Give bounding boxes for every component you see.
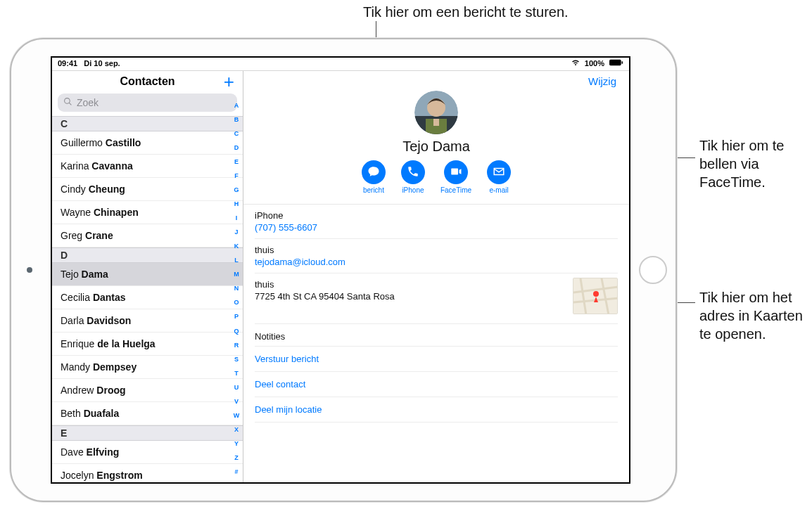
contact-row[interactable]: Enrique de la Huelga xyxy=(52,333,243,356)
wifi-icon xyxy=(571,59,582,67)
battery-icon xyxy=(609,59,623,67)
callout-message: Tik hier om een bericht te sturen. xyxy=(363,3,569,21)
contact-detail: Wijzig xyxy=(243,71,629,482)
svg-point-11 xyxy=(593,291,599,297)
alphabet-index[interactable]: ABCDEFGHIJKLMNOPQRSTUVWXYZ# xyxy=(231,99,241,478)
message-button[interactable]: bericht xyxy=(362,160,386,194)
index-letter[interactable]: S xyxy=(231,356,241,363)
contacts-sidebar: Contacten + Zoek CGuillermo CastilloKari… xyxy=(52,71,243,482)
contact-row[interactable]: Dave Elfving xyxy=(52,441,243,464)
index-letter[interactable]: H xyxy=(231,200,241,207)
front-camera xyxy=(27,267,32,273)
search-placeholder: Zoek xyxy=(77,97,99,108)
svg-point-2 xyxy=(65,98,70,104)
email-button[interactable]: e-mail xyxy=(487,160,511,194)
contact-row[interactable]: Beth Duafala xyxy=(52,402,243,425)
share-contact-link[interactable]: Deel contact xyxy=(255,372,618,397)
index-letter[interactable]: Q xyxy=(231,328,241,335)
index-letter[interactable]: W xyxy=(231,412,241,419)
contact-row[interactable]: Guillermo Castillo xyxy=(52,131,243,155)
svg-rect-0 xyxy=(609,60,621,65)
ipad-frame: 09:41 Di 10 sep. 100% Contacten + xyxy=(10,38,677,502)
address-field[interactable]: thuis 7725 4th St CA 95404 Santa Rosa xyxy=(255,273,618,324)
section-header: E xyxy=(52,425,243,441)
screen: 09:41 Di 10 sep. 100% Contacten + xyxy=(51,56,630,484)
index-letter[interactable]: Z xyxy=(231,454,241,461)
field-label: iPhone xyxy=(255,210,618,221)
map-thumbnail[interactable] xyxy=(573,278,618,314)
notes-field[interactable]: Notities xyxy=(255,324,618,347)
contact-hero: Tejo Dama bericht iPhone FaceTime xyxy=(243,71,629,204)
split-view: Contacten + Zoek CGuillermo CastilloKari… xyxy=(52,70,629,482)
field-label: thuis xyxy=(255,245,618,255)
contact-row[interactable]: Andrew Droog xyxy=(52,379,243,402)
action-label: FaceTime xyxy=(440,186,471,194)
index-letter[interactable]: T xyxy=(231,370,241,377)
contact-fields: iPhone (707) 555-6607 thuis tejodama@icl… xyxy=(243,204,629,482)
send-message-link[interactable]: Verstuur bericht xyxy=(255,347,618,372)
share-location-link[interactable]: Deel mijn locatie xyxy=(255,397,618,423)
index-letter[interactable]: I xyxy=(231,214,241,221)
index-letter[interactable]: B xyxy=(231,116,241,123)
index-letter[interactable]: F xyxy=(231,172,241,179)
contact-row[interactable]: Tejo Dama xyxy=(52,263,243,286)
contact-row[interactable]: Jocelyn Engstrom xyxy=(52,464,243,482)
contact-row[interactable]: Karina Cavanna xyxy=(52,155,243,178)
contact-row[interactable]: Cindy Cheung xyxy=(52,178,243,201)
callout-maps: Tik hier om het adres in Kaarten te open… xyxy=(699,288,805,343)
search-input[interactable]: Zoek xyxy=(58,94,237,112)
contact-row[interactable]: Mandy Dempsey xyxy=(52,356,243,379)
contact-list[interactable]: CGuillermo CastilloKarina CavannaCindy C… xyxy=(52,116,243,482)
status-time: 09:41 xyxy=(58,59,77,67)
contact-row[interactable]: Darla Davidson xyxy=(52,309,243,333)
contact-row[interactable]: Wayne Chinapen xyxy=(52,201,243,224)
add-contact-button[interactable]: + xyxy=(224,72,234,91)
video-icon xyxy=(450,165,462,179)
index-letter[interactable]: G xyxy=(231,186,241,193)
message-icon xyxy=(367,165,380,179)
contact-name: Tejo Dama xyxy=(243,138,629,155)
index-letter[interactable]: P xyxy=(231,313,241,320)
status-bar: 09:41 Di 10 sep. 100% xyxy=(52,58,629,70)
svg-rect-9 xyxy=(433,119,439,126)
contact-row[interactable]: Greg Crane xyxy=(52,224,243,247)
index-letter[interactable]: E xyxy=(231,158,241,165)
sidebar-title: Contacten xyxy=(120,75,175,87)
phone-field[interactable]: iPhone (707) 555-6607 xyxy=(255,205,618,239)
phone-button[interactable]: iPhone xyxy=(401,160,425,194)
phone-value: (707) 555-6607 xyxy=(255,222,618,233)
section-header: D xyxy=(52,247,243,263)
contact-row[interactable]: Cecilia Dantas xyxy=(52,286,243,309)
action-row: bericht iPhone FaceTime e-mail xyxy=(243,160,629,194)
callout-facetime: Tik hier om te bellen via FaceTime. xyxy=(699,136,805,191)
edit-button[interactable]: Wijzig xyxy=(588,75,616,87)
index-letter[interactable]: D xyxy=(231,144,241,151)
field-label: thuis xyxy=(255,279,618,290)
action-label: e-mail xyxy=(489,186,508,194)
status-date: Di 10 sep. xyxy=(84,59,120,67)
index-letter[interactable]: J xyxy=(231,228,241,236)
index-letter[interactable]: O xyxy=(231,299,241,306)
index-letter[interactable]: C xyxy=(231,130,241,137)
phone-icon xyxy=(407,165,419,179)
index-letter[interactable]: Y xyxy=(231,440,241,447)
index-letter[interactable]: K xyxy=(231,243,241,250)
index-letter[interactable]: R xyxy=(231,342,241,349)
email-value: tejodama@icloud.com xyxy=(255,257,618,267)
index-letter[interactable]: X xyxy=(231,426,241,433)
avatar[interactable] xyxy=(414,91,458,134)
facetime-button[interactable]: FaceTime xyxy=(440,160,471,194)
sidebar-header: Contacten + xyxy=(52,71,243,91)
index-letter[interactable]: M xyxy=(231,271,241,278)
email-field[interactable]: thuis tejodama@icloud.com xyxy=(255,239,618,273)
home-button[interactable] xyxy=(639,256,667,284)
index-letter[interactable]: L xyxy=(231,257,241,264)
index-letter[interactable]: V xyxy=(231,398,241,405)
index-letter[interactable]: A xyxy=(231,102,241,109)
index-letter[interactable]: U xyxy=(231,384,241,391)
section-header: C xyxy=(52,116,243,131)
index-letter[interactable]: # xyxy=(231,468,241,475)
index-letter[interactable]: N xyxy=(231,285,241,292)
mail-icon xyxy=(493,165,505,179)
address-value: 7725 4th St CA 95404 Santa Rosa xyxy=(255,291,618,302)
